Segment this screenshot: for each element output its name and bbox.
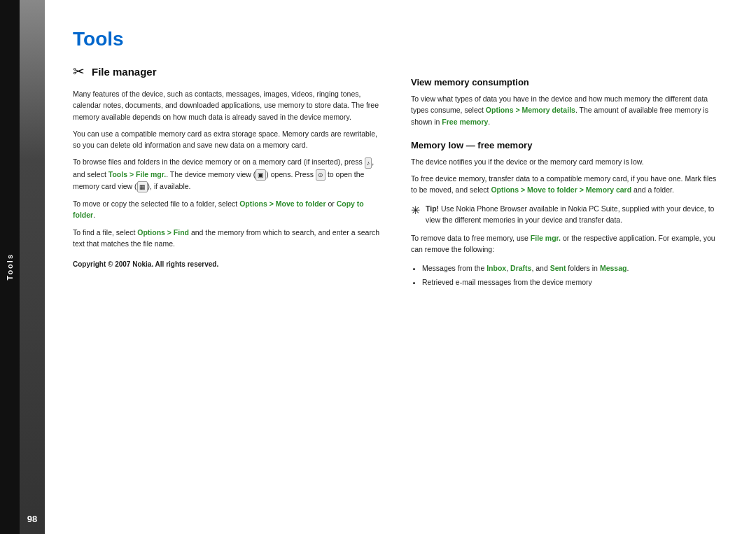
page-container: Tools 98 Tools ✂ File manager Many featu… <box>0 0 756 534</box>
removal-list: Messages from the Inbox, Drafts, and Sen… <box>422 262 721 288</box>
copyright-footer: Copyright © 2007 Nokia. All rights reser… <box>73 260 383 268</box>
memory-low-body: The device notifies you if the device or… <box>411 156 721 196</box>
tip-text: Tip! Use Nokia Phone Browser available i… <box>426 203 721 226</box>
inbox-link: Inbox <box>486 264 506 272</box>
copyright-text: Copyright © 2007 Nokia. All rights reser… <box>73 260 218 268</box>
file-manager-title: File manager <box>92 66 157 78</box>
memory-low-para-2: To free device memory, transfer data to … <box>411 173 721 196</box>
scissors-icon: ✂ <box>73 64 85 78</box>
two-column-layout: ✂ File manager Many features of the devi… <box>73 64 721 520</box>
removal-text-block: To remove data to free memory, use File … <box>411 232 721 255</box>
memory-low-para-1: The device notifies you if the device or… <box>411 156 721 167</box>
file-mgr-link: File mgr. <box>531 234 561 242</box>
para-2: You can use a compatible memory card as … <box>73 128 383 151</box>
page-title: Tools <box>73 28 721 50</box>
file-manager-heading: ✂ File manager <box>73 64 383 78</box>
file-manager-body: Many features of the device, such as con… <box>73 88 383 249</box>
tools-file-mgr-link: Tools > File mgr. <box>108 170 166 178</box>
para-4: To move or copy the selected file to a f… <box>73 198 383 221</box>
options-move-to-folder-link: Options > Move to folder > Memory card <box>491 185 631 194</box>
free-memory-link: Free memory <box>442 118 488 126</box>
left-column: ✂ File manager Many features of the devi… <box>73 64 383 520</box>
options-find-link: Options > Find <box>137 228 189 237</box>
memory-low-title: Memory low — free memory <box>411 140 721 150</box>
view-memory-body: To view what types of data you have in t… <box>411 93 721 127</box>
drafts-link: Drafts <box>510 264 531 272</box>
removal-text: To remove data to free memory, use File … <box>411 232 721 255</box>
bullet-item-2: Retrieved e-mail messages from the devic… <box>422 276 721 288</box>
para-1: Many features of the device, such as con… <box>73 88 383 122</box>
page-number: 98 <box>27 514 37 524</box>
tip-box: ✳ Tip! Use Nokia Phone Browser available… <box>411 203 721 226</box>
book-spine: Tools <box>0 0 20 534</box>
page-number-bar: 98 <box>20 0 45 534</box>
messag-link: Messag <box>600 264 627 272</box>
view-memory-section: View memory consumption To view what typ… <box>411 77 721 127</box>
main-content: Tools ✂ File manager Many features of th… <box>45 0 756 534</box>
right-column: View memory consumption To view what typ… <box>411 64 721 520</box>
view-memory-para: To view what types of data you have in t… <box>411 93 721 127</box>
options-memory-details-link: Options > Memory details <box>486 106 575 114</box>
spine-label: Tools <box>6 253 14 281</box>
tip-icon: ✳ <box>411 204 420 217</box>
options-move-link: Options > Move to folder <box>239 199 326 208</box>
sent-link: Sent <box>550 264 566 272</box>
para-5: To find a file, select Options > Find an… <box>73 227 383 250</box>
para-3: To browse files and folders in the devic… <box>73 156 383 192</box>
view-memory-title: View memory consumption <box>411 77 721 87</box>
bullet-item-1: Messages from the Inbox, Drafts, and Sen… <box>422 262 721 274</box>
memory-low-section: Memory low — free memory The device noti… <box>411 140 721 288</box>
